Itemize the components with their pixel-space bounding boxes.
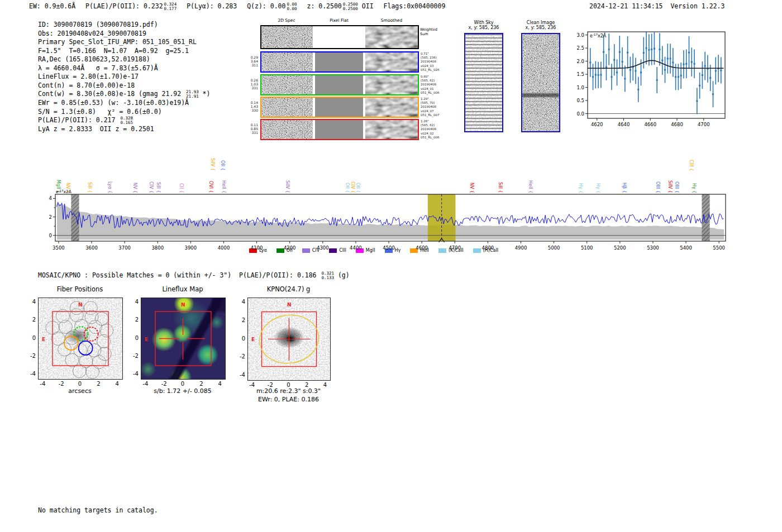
info-line: λ = 4660.04Å σ = 7.83(±5.67)Å (38, 64, 210, 73)
info-line: EWr = 0.85(±0.53) (w: -3.10(±0.03)e19)Å (38, 99, 210, 108)
cleanimage-title: Clean Image x, y: 585, 236 (510, 20, 571, 30)
axis-tick-label: -4 (127, 371, 139, 377)
svg-text:3600: 3600 (85, 245, 98, 251)
stacked-uncertainty: 0.25000.2500 (343, 2, 358, 11)
stacked-uncertainty: 0.000.00 (287, 2, 297, 11)
kpno-caption-1: m:20.6 re:2.3" s:0.3" (236, 387, 341, 395)
fiber-row-weights: 0.261.03331 (241, 78, 258, 90)
svg-text:4: 4 (49, 195, 52, 201)
axis-tick-label: 0 (25, 335, 36, 341)
svg-text:3.0: 3.0 (576, 32, 584, 38)
fiber-row-weights: 0.110.85331 (241, 123, 258, 135)
axis-tick-label: 2 (194, 381, 208, 387)
info-line: LineFlux = 2.80(±1.70)e-17 (38, 73, 210, 82)
fiber-circle (86, 365, 99, 378)
svg-text:4600: 4600 (416, 245, 428, 251)
axis-tick-label: 4 (318, 382, 332, 388)
stacked-uncertainty: 0.3210.133 (321, 271, 334, 280)
compass-east-label: E (42, 337, 45, 342)
fiber-circle (75, 319, 88, 333)
svg-text:4640: 4640 (618, 122, 630, 127)
info-line: S/N = 1.3(±0.8) χ² = 0.6(±0.0) (38, 108, 210, 117)
kpno-title: KPNO(24.7) g (247, 285, 330, 293)
axis-tick-label: 2 (299, 382, 314, 388)
axis-tick-label: 4 (25, 299, 36, 305)
footer-line: No matching targets in catalog. (38, 506, 158, 515)
fiber-2dspec-image (261, 75, 313, 94)
axis-tick-label: 2 (234, 317, 245, 323)
footer-notes: No matching targets in catalog. Row inte… (38, 489, 158, 532)
svg-text:4400: 4400 (350, 245, 362, 251)
svg-text:4700: 4700 (698, 122, 710, 127)
fiber-positions-title: Fiber Positions (38, 285, 122, 293)
svg-text:5200: 5200 (614, 245, 626, 251)
axis-tick-label: -2 (127, 353, 139, 359)
lineflux-map-title: Lineflux Map (141, 285, 225, 293)
axis-tick-label: 0 (127, 335, 139, 341)
info-line: P(LAE)/P(OII): 0.217 0.3280.165 (38, 116, 210, 125)
svg-text:5100: 5100 (581, 245, 593, 251)
fiber-cutout-row (260, 119, 419, 140)
compass-east-label: E (145, 337, 148, 342)
fiber-row-weights: 0.141.43330 (241, 100, 258, 112)
sky-stripes (465, 34, 502, 131)
fiber-2dspec-image (261, 98, 313, 117)
fiber-overlay: N E (39, 298, 122, 379)
fiber-smoothed-image (365, 98, 418, 117)
full-spectrum-chart: 3500360037003800390040004100420043004400… (45, 190, 737, 262)
fiber-cutout-row (260, 97, 419, 118)
compass-east-label: E (251, 337, 255, 342)
header-metric: P(Lyα): 0.283 (187, 2, 237, 11)
fiber-row-id: 1.29"(585, 70)20190408v024_07051_RL_007 (421, 97, 439, 117)
fiber-pixelflat-image (315, 75, 363, 94)
withsky-image (464, 33, 503, 132)
svg-text:5400: 5400 (680, 245, 692, 251)
axis-tick-label: -4 (25, 371, 36, 377)
svg-text:1.0: 1.0 (576, 85, 584, 90)
header-metric: Q(z): 0.000.000.00 (247, 2, 297, 11)
fiber-smoothed-image (365, 52, 418, 71)
kpno-overlay: N E (248, 298, 330, 380)
axis-tick-label: -4 (245, 382, 259, 388)
lineflux-map-image: N E (141, 298, 226, 380)
stacked-uncertainty: 0.3240.177 (164, 2, 177, 11)
kpno-image: N E (247, 298, 331, 381)
svg-text:3900: 3900 (185, 245, 197, 251)
svg-text:2.0: 2.0 (576, 59, 584, 64)
svg-text:4500: 4500 (383, 245, 395, 251)
svg-text:4620: 4620 (591, 122, 603, 127)
axis-tick-label: -2 (263, 382, 278, 388)
axis-tick-label: 0 (234, 336, 245, 342)
svg-text:4660: 4660 (644, 122, 656, 127)
svg-text:4800: 4800 (482, 245, 494, 251)
weighted-sum-label: Weighted Sum (420, 27, 437, 36)
fiber-pixelflat-image (315, 120, 363, 139)
fiber-2dspec-image (261, 120, 313, 139)
axis-tick-label: -4 (35, 381, 50, 387)
axis-tick-label: 4 (234, 299, 245, 305)
lineflux-overlay: N E (141, 298, 225, 379)
svg-text:5000: 5000 (548, 245, 560, 251)
fiber-xlabel: arcsecs (38, 387, 122, 395)
axis-tick-label: 2 (91, 381, 106, 387)
withsky-title: With Sky x, y: 585, 236 (453, 20, 514, 30)
axis-tick-label: -4 (138, 381, 152, 387)
col-header-2dspec: 2D Spec (261, 18, 312, 23)
compass-north-label: N (181, 302, 185, 308)
header-metric: z: 0.25000.25000.2500 OII (307, 2, 373, 11)
info-line: Obs: 20190408v024_3090070819 (38, 30, 210, 39)
fiber-smoothed-image (365, 120, 418, 139)
fiber-row-weights: 0.293.64311 (241, 55, 258, 67)
fiber-pixelflat-image (315, 98, 363, 117)
mosaic-header-line: MOSAIC/KPNO : Possible Matches = 0 (with… (38, 271, 350, 280)
svg-text:5500: 5500 (713, 245, 725, 251)
axis-tick-label: 4 (110, 381, 125, 387)
fiber-cutout-row (260, 51, 419, 73)
weighted-sum-row (260, 25, 419, 49)
fiber-row-id: 1.26"(585, 62)20190408v024_02051_RL_006 (421, 119, 439, 140)
elixer-report-page: EW: 0.9±0.6ÅP(LAE)/P(OII): 0.2320.3240.1… (0, 0, 782, 532)
timestamp: 2024-12-21 11:34:15 (589, 2, 663, 10)
kpno-caption-2: EWr: 0, PLAE: 0.186 (236, 396, 341, 403)
axis-tick-label: 2 (25, 317, 36, 323)
weighted-pixelflat-image (315, 26, 363, 48)
